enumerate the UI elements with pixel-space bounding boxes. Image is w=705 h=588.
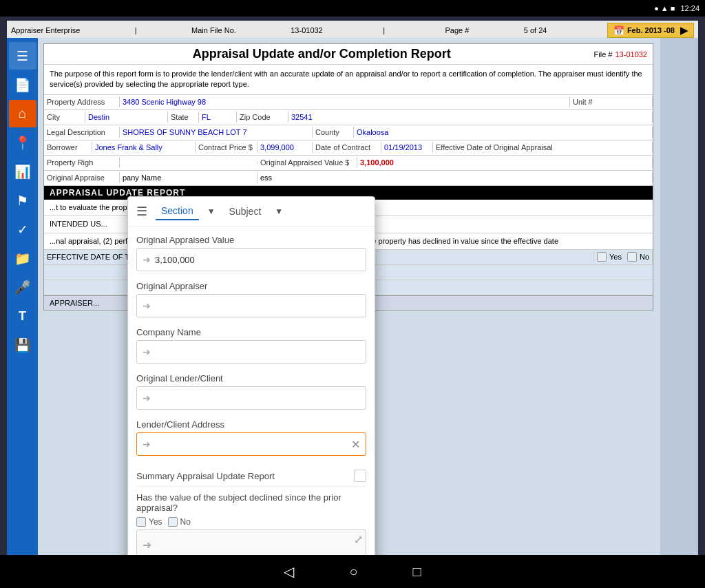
company-name-input[interactable]: ➜ [136,340,366,364]
property-address-label-cell: Property Address [44,96,120,107]
expand-icon-1[interactable]: ⤢ [354,533,363,546]
lender-address-input[interactable]: ➜ ✕ [136,432,366,456]
divider: | [135,26,137,34]
date-badge[interactable]: 📅 Feb. 2013 -08 ▶ [607,23,694,38]
sidebar-icon-mic[interactable]: 🎤 [9,273,36,301]
property-address-row: Property Address 3480 Scenic Highway 98 … [44,95,653,110]
property-rights-value-cell [120,161,257,164]
date-of-contract-value: 01/19/2013 [384,143,422,151]
original-appraiser-row: Original Appraise pany Name ess [44,171,653,186]
sidebar-icon-home[interactable]: ⌂ [9,100,36,127]
original-appraised-value-cell: 3,100,000 [357,157,653,168]
input-arrow-icon-4: ➜ [143,392,151,403]
android-nav-bar: ◁ ○ □ [0,555,705,588]
sidebar-icons-col: ☰ 📄 ⌂ 📍 📊 ⚑ ✓ 📁 🎤 T 💾 [7,38,38,555]
original-appraiser-value-cell: pany Name [120,172,257,183]
value-declined-no[interactable]: No [168,517,191,527]
text-area-arrow-1: ➜ [143,538,151,552]
overlay-header: ☰ Section ▼ Subject ▼ [128,197,375,227]
sidebar-icon-document[interactable]: 📄 [9,71,36,98]
sidebar-icon-chart[interactable]: 📊 [9,158,36,185]
sidebar-icon-location[interactable]: 📍 [9,129,36,156]
sidebar-icon-text[interactable]: T [9,302,36,330]
legal-desc-value-cell: SHORES OF SUNNY BEACH LOT 7 [120,127,313,138]
zip-label-cell: Zip Code [237,112,288,123]
zip-label: Zip Code [240,113,271,121]
intended-use-2-text: INTENDED US... [50,220,107,228]
date-badge-text: Feb. 2013 -08 [627,26,675,34]
status-time: 12:24 [680,4,699,12]
value-declined-container: Has the value of the subject declined si… [136,487,366,529]
sidebar-icon-flag[interactable]: ⚑ [9,187,36,214]
value-declined-no-radio[interactable] [168,517,178,527]
clear-button[interactable]: ✕ [351,438,360,451]
unit-label-cell: Unit # [570,96,653,107]
value-declined-yes-radio[interactable] [136,517,146,527]
original-lender-input[interactable]: ➜ [136,386,366,410]
contract-price-value-cell: 3,099,000 [257,142,313,153]
value-declined-label: Has the value of the subject declined si… [136,492,366,513]
right-scroll[interactable] [660,38,698,555]
file-num-area: File # 13-01032 [594,50,647,59]
borrower-label-cell: Borrower [44,142,92,153]
legal-desc-label: Legal Description [47,128,105,136]
home-icon: ○ [349,564,357,580]
main-file-label: Main File No. [191,26,236,34]
yes-option[interactable]: Yes [597,252,622,262]
original-appraiser-label-cell: Original Appraise [44,172,120,183]
recent-button[interactable]: □ [413,564,421,580]
effective-date-label-cell: Effective Date of Original Appraisal [433,142,653,153]
legal-desc-label-cell: Legal Description [44,127,120,138]
legal-desc-value: SHORES OF SUNNY BEACH LOT 7 [123,128,247,136]
summary-appraisal-checkbox[interactable] [354,470,366,482]
no-label: No [640,253,649,261]
property-address-label: Property Address [47,98,105,106]
company-name-label: pany Name [123,174,161,182]
sidebar-icon-check[interactable]: ✓ [9,216,36,243]
no-radio[interactable] [627,252,637,262]
summary-appraisal-row[interactable]: Summary Appraisal Update Report [136,465,366,487]
status-bar: ● ▲ ■ 12:24 [0,0,705,17]
city-value-cell: Destin [85,112,168,123]
sidebar-icon-save[interactable]: 💾 [9,331,36,359]
section-tab[interactable]: Section [156,202,199,220]
original-lender-field-label: Original Lender/Client [136,373,366,384]
property-address-value: 3480 Scenic Highway 98 [123,98,206,106]
appraiser-label: APPRAISER... [50,299,99,307]
state-label-cell: State [168,112,199,123]
doc-title-row: Appraisal Update and/or Completion Repor… [44,44,653,65]
yes-radio[interactable] [597,252,607,262]
document-viewer: Appraiser Enterprise | Main File No. 13-… [7,21,698,555]
no-option[interactable]: No [627,252,649,262]
overlay-body: Original Appraised Value ➜ 3,100,000 Ori… [128,227,375,555]
description-box: The purpose of this report form is to pr… [44,65,653,95]
home-button[interactable]: ○ [349,564,357,580]
county-label-cell: County [313,127,354,138]
description-text: The purpose of this report form is to pr… [50,70,642,88]
subject-tab[interactable]: Subject [224,203,267,220]
file-number: 13-01032 [615,50,648,59]
original-appraised-value-input[interactable]: ➜ 3,100,000 [136,248,366,271]
divider2: | [383,26,385,34]
sidebar-icon-menu[interactable]: ☰ [9,42,36,70]
sidebar-icon-folder[interactable]: 📁 [9,244,36,272]
value-declined-no-label: No [180,517,191,527]
field-group-lender-address: Lender/Client Address ➜ ✕ [136,419,366,456]
value-declined-yes[interactable]: Yes [136,517,162,527]
state-value: FL [202,113,211,121]
overlay-menu-icon[interactable]: ☰ [136,204,147,219]
input-arrow-icon-5: ➜ [143,439,151,450]
borrower-value-cell: Jones Frank & Sally [92,142,196,153]
text-area-field-1[interactable]: ⤢ ➜ [136,529,366,555]
borrower-row: Borrower Jones Frank & Sally Contract Pr… [44,140,653,156]
legal-desc-row: Legal Description SHORES OF SUNNY BEACH … [44,125,653,140]
zip-value-cell: 32541 [288,112,653,123]
original-appraised-label: Original Appraised Value $ [260,158,349,167]
original-appraiser-field-label: Original Appraiser [136,281,366,291]
section-tab-arrow: ▼ [207,207,215,216]
city-label: City [47,113,60,121]
original-appraiser-label: Original Appraise [47,174,105,182]
original-appraised-value-label: Original Appraised Value [136,235,366,245]
back-button[interactable]: ◁ [284,563,294,580]
original-appraiser-input[interactable]: ➜ [136,294,366,317]
